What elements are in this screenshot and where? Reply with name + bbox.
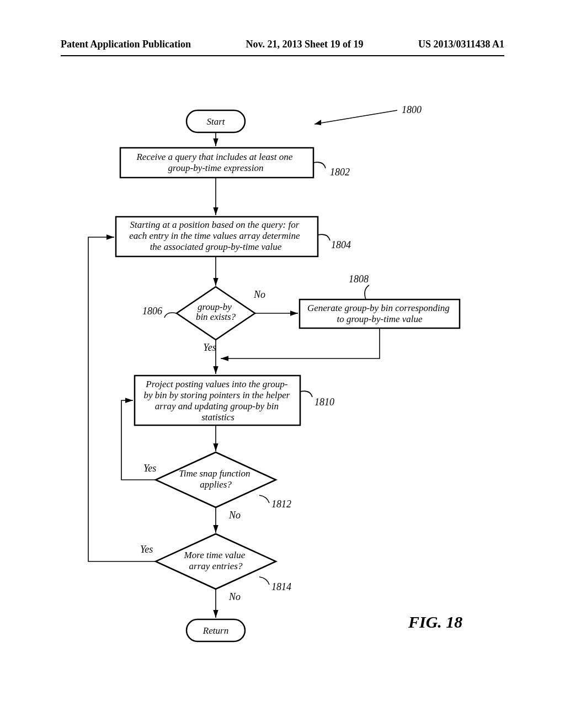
node-1808: Generate group-by bin corresponding to g… <box>300 274 460 328</box>
svg-text:1800: 1800 <box>402 104 422 115</box>
svg-text:Yes: Yes <box>203 342 216 353</box>
node-1812: Time snap function applies? 1812 Yes No <box>143 452 291 521</box>
node-1806: group-by bin exists? 1806 No Yes <box>142 287 265 353</box>
svg-text:Starting at a position based o: Starting at a position based on the quer… <box>129 220 302 252</box>
svg-text:1812: 1812 <box>271 499 291 510</box>
svg-text:No: No <box>253 289 265 300</box>
flowchart-svg: 1800 Start Receive a query that includes… <box>0 0 565 728</box>
svg-text:Generate group-by bin correspo: Generate group-by bin corresponding to g… <box>307 303 452 324</box>
svg-text:Return: Return <box>202 625 228 636</box>
svg-text:Receive a query that includes : Receive a query that includes at least o… <box>136 152 295 173</box>
figure-label: FIG. 18 <box>408 613 462 631</box>
node-start: Start <box>186 110 245 132</box>
svg-text:1814: 1814 <box>271 581 291 592</box>
svg-text:Project posting values into th: Project posting values into the group- b… <box>143 379 292 422</box>
svg-text:1808: 1808 <box>349 274 369 285</box>
node-1802: Receive a query that includes at least o… <box>120 148 350 178</box>
page: Patent Application Publication Nov. 21, … <box>0 0 565 728</box>
svg-text:Yes: Yes <box>143 463 156 474</box>
svg-text:1810: 1810 <box>315 397 334 408</box>
svg-text:Start: Start <box>206 116 225 127</box>
svg-text:No: No <box>228 510 241 521</box>
svg-text:More time value
        array : More time value array entries? <box>183 550 247 571</box>
node-1810: Project posting values into the group- b… <box>135 376 334 425</box>
node-return: Return <box>186 619 245 641</box>
node-1804: Starting at a position based on the quer… <box>116 217 351 256</box>
svg-text:group-by
        bin exists?: group-by bin exists? <box>196 302 236 322</box>
svg-text:Time snap function
        app: Time snap function applies? <box>179 468 253 490</box>
svg-text:Yes: Yes <box>140 544 153 555</box>
svg-text:No: No <box>228 591 241 602</box>
svg-text:1804: 1804 <box>331 239 351 250</box>
ref-1800: 1800 <box>315 104 422 125</box>
edge-1808-merge <box>221 328 380 358</box>
svg-text:1806: 1806 <box>142 306 162 317</box>
svg-line-0 <box>315 110 397 124</box>
svg-text:1802: 1802 <box>330 167 350 178</box>
